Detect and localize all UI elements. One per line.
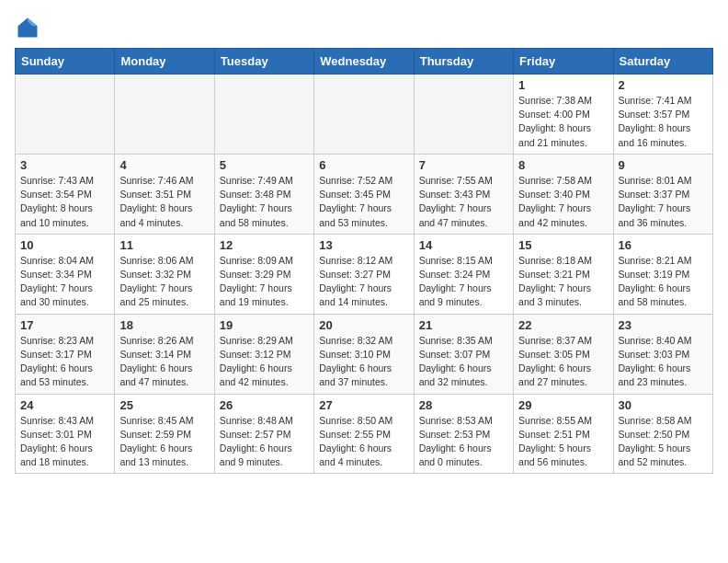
calendar-week-row: 17Sunrise: 8:23 AM Sunset: 3:17 PM Dayli… bbox=[16, 314, 713, 394]
calendar-cell: 28Sunrise: 8:53 AM Sunset: 2:53 PM Dayli… bbox=[414, 394, 513, 474]
calendar-cell: 25Sunrise: 8:45 AM Sunset: 2:59 PM Dayli… bbox=[115, 394, 214, 474]
calendar-cell: 27Sunrise: 8:50 AM Sunset: 2:55 PM Dayli… bbox=[314, 394, 414, 474]
day-info: Sunrise: 8:04 AM Sunset: 3:34 PM Dayligh… bbox=[20, 254, 109, 310]
day-info: Sunrise: 8:18 AM Sunset: 3:21 PM Dayligh… bbox=[518, 254, 608, 310]
day-info: Sunrise: 8:29 AM Sunset: 3:12 PM Dayligh… bbox=[220, 334, 309, 390]
day-number: 15 bbox=[518, 238, 608, 252]
day-number: 13 bbox=[319, 238, 408, 252]
calendar-cell: 23Sunrise: 8:40 AM Sunset: 3:03 PM Dayli… bbox=[613, 314, 712, 394]
calendar-week-row: 1Sunrise: 7:38 AM Sunset: 4:00 PM Daylig… bbox=[16, 75, 713, 155]
day-info: Sunrise: 8:21 AM Sunset: 3:19 PM Dayligh… bbox=[619, 254, 708, 310]
weekday-header: Thursday bbox=[414, 49, 513, 75]
day-number: 8 bbox=[518, 158, 608, 172]
day-info: Sunrise: 7:38 AM Sunset: 4:00 PM Dayligh… bbox=[518, 94, 608, 150]
calendar-cell: 16Sunrise: 8:21 AM Sunset: 3:19 PM Dayli… bbox=[613, 234, 712, 314]
calendar-cell: 10Sunrise: 8:04 AM Sunset: 3:34 PM Dayli… bbox=[16, 234, 115, 314]
day-info: Sunrise: 8:23 AM Sunset: 3:17 PM Dayligh… bbox=[20, 334, 109, 390]
day-number: 27 bbox=[319, 398, 408, 412]
day-number: 10 bbox=[20, 238, 109, 252]
day-info: Sunrise: 8:26 AM Sunset: 3:14 PM Dayligh… bbox=[119, 334, 209, 390]
calendar-cell bbox=[16, 75, 115, 155]
calendar-cell: 12Sunrise: 8:09 AM Sunset: 3:29 PM Dayli… bbox=[214, 234, 313, 314]
calendar-week-row: 10Sunrise: 8:04 AM Sunset: 3:34 PM Dayli… bbox=[16, 234, 713, 314]
day-info: Sunrise: 8:35 AM Sunset: 3:07 PM Dayligh… bbox=[419, 334, 508, 390]
calendar-cell: 24Sunrise: 8:43 AM Sunset: 3:01 PM Dayli… bbox=[16, 394, 115, 474]
day-number: 23 bbox=[619, 318, 708, 332]
calendar-cell: 30Sunrise: 8:58 AM Sunset: 2:50 PM Dayli… bbox=[613, 394, 712, 474]
day-number: 22 bbox=[518, 318, 608, 332]
logo-icon bbox=[15, 15, 40, 40]
day-info: Sunrise: 8:55 AM Sunset: 2:51 PM Dayligh… bbox=[518, 414, 608, 470]
day-number: 2 bbox=[619, 78, 708, 92]
day-info: Sunrise: 7:55 AM Sunset: 3:43 PM Dayligh… bbox=[419, 174, 508, 230]
day-info: Sunrise: 8:01 AM Sunset: 3:37 PM Dayligh… bbox=[619, 174, 708, 230]
day-info: Sunrise: 7:49 AM Sunset: 3:48 PM Dayligh… bbox=[220, 174, 309, 230]
day-number: 28 bbox=[419, 398, 508, 412]
day-info: Sunrise: 8:45 AM Sunset: 2:59 PM Dayligh… bbox=[119, 414, 209, 470]
day-number: 12 bbox=[220, 238, 309, 252]
day-number: 19 bbox=[220, 318, 309, 332]
calendar-cell: 20Sunrise: 8:32 AM Sunset: 3:10 PM Dayli… bbox=[314, 314, 414, 394]
day-number: 21 bbox=[419, 318, 508, 332]
weekday-header: Saturday bbox=[613, 49, 712, 75]
calendar-cell: 29Sunrise: 8:55 AM Sunset: 2:51 PM Dayli… bbox=[514, 394, 613, 474]
day-info: Sunrise: 8:06 AM Sunset: 3:32 PM Dayligh… bbox=[119, 254, 209, 310]
day-number: 30 bbox=[619, 398, 708, 412]
page-header bbox=[15, 15, 713, 40]
day-number: 11 bbox=[119, 238, 209, 252]
calendar-cell: 19Sunrise: 8:29 AM Sunset: 3:12 PM Dayli… bbox=[214, 314, 313, 394]
calendar-cell: 9Sunrise: 8:01 AM Sunset: 3:37 PM Daylig… bbox=[613, 154, 712, 234]
day-number: 6 bbox=[319, 158, 408, 172]
logo bbox=[15, 15, 44, 40]
calendar-cell: 8Sunrise: 7:58 AM Sunset: 3:40 PM Daylig… bbox=[514, 154, 613, 234]
weekday-header: Wednesday bbox=[314, 49, 414, 75]
day-number: 3 bbox=[20, 158, 109, 172]
day-number: 29 bbox=[518, 398, 608, 412]
calendar-cell: 4Sunrise: 7:46 AM Sunset: 3:51 PM Daylig… bbox=[115, 154, 214, 234]
day-info: Sunrise: 8:53 AM Sunset: 2:53 PM Dayligh… bbox=[419, 414, 508, 470]
day-number: 17 bbox=[20, 318, 109, 332]
day-info: Sunrise: 8:15 AM Sunset: 3:24 PM Dayligh… bbox=[419, 254, 508, 310]
calendar-table: SundayMondayTuesdayWednesdayThursdayFrid… bbox=[15, 48, 713, 474]
day-number: 16 bbox=[619, 238, 708, 252]
day-number: 26 bbox=[220, 398, 309, 412]
day-number: 14 bbox=[419, 238, 508, 252]
calendar-cell: 6Sunrise: 7:52 AM Sunset: 3:45 PM Daylig… bbox=[314, 154, 414, 234]
day-number: 20 bbox=[319, 318, 408, 332]
calendar-cell: 18Sunrise: 8:26 AM Sunset: 3:14 PM Dayli… bbox=[115, 314, 214, 394]
day-info: Sunrise: 8:58 AM Sunset: 2:50 PM Dayligh… bbox=[619, 414, 708, 470]
calendar-cell bbox=[115, 75, 214, 155]
weekday-header: Monday bbox=[115, 49, 214, 75]
day-number: 4 bbox=[119, 158, 209, 172]
day-info: Sunrise: 8:32 AM Sunset: 3:10 PM Dayligh… bbox=[319, 334, 408, 390]
weekday-header: Friday bbox=[514, 49, 613, 75]
weekday-header: Sunday bbox=[16, 49, 115, 75]
day-info: Sunrise: 7:43 AM Sunset: 3:54 PM Dayligh… bbox=[20, 174, 109, 230]
day-number: 24 bbox=[20, 398, 109, 412]
calendar-cell: 2Sunrise: 7:41 AM Sunset: 3:57 PM Daylig… bbox=[613, 75, 712, 155]
calendar-week-row: 3Sunrise: 7:43 AM Sunset: 3:54 PM Daylig… bbox=[16, 154, 713, 234]
calendar-cell: 26Sunrise: 8:48 AM Sunset: 2:57 PM Dayli… bbox=[214, 394, 313, 474]
calendar-cell: 7Sunrise: 7:55 AM Sunset: 3:43 PM Daylig… bbox=[414, 154, 513, 234]
day-number: 1 bbox=[518, 78, 608, 92]
day-info: Sunrise: 8:37 AM Sunset: 3:05 PM Dayligh… bbox=[518, 334, 608, 390]
day-number: 9 bbox=[619, 158, 708, 172]
calendar-cell: 14Sunrise: 8:15 AM Sunset: 3:24 PM Dayli… bbox=[414, 234, 513, 314]
calendar-cell bbox=[214, 75, 313, 155]
day-info: Sunrise: 7:46 AM Sunset: 3:51 PM Dayligh… bbox=[119, 174, 209, 230]
calendar-cell: 22Sunrise: 8:37 AM Sunset: 3:05 PM Dayli… bbox=[514, 314, 613, 394]
day-number: 25 bbox=[119, 398, 209, 412]
day-info: Sunrise: 7:58 AM Sunset: 3:40 PM Dayligh… bbox=[518, 174, 608, 230]
day-info: Sunrise: 8:50 AM Sunset: 2:55 PM Dayligh… bbox=[319, 414, 408, 470]
weekday-header: Tuesday bbox=[214, 49, 313, 75]
calendar-header-row: SundayMondayTuesdayWednesdayThursdayFrid… bbox=[16, 49, 713, 75]
day-info: Sunrise: 8:40 AM Sunset: 3:03 PM Dayligh… bbox=[619, 334, 708, 390]
calendar-cell: 21Sunrise: 8:35 AM Sunset: 3:07 PM Dayli… bbox=[414, 314, 513, 394]
day-info: Sunrise: 8:43 AM Sunset: 3:01 PM Dayligh… bbox=[20, 414, 109, 470]
calendar-cell: 15Sunrise: 8:18 AM Sunset: 3:21 PM Dayli… bbox=[514, 234, 613, 314]
day-number: 18 bbox=[119, 318, 209, 332]
calendar-cell: 1Sunrise: 7:38 AM Sunset: 4:00 PM Daylig… bbox=[514, 75, 613, 155]
day-number: 5 bbox=[220, 158, 309, 172]
calendar-cell: 5Sunrise: 7:49 AM Sunset: 3:48 PM Daylig… bbox=[214, 154, 313, 234]
day-info: Sunrise: 8:09 AM Sunset: 3:29 PM Dayligh… bbox=[220, 254, 309, 310]
